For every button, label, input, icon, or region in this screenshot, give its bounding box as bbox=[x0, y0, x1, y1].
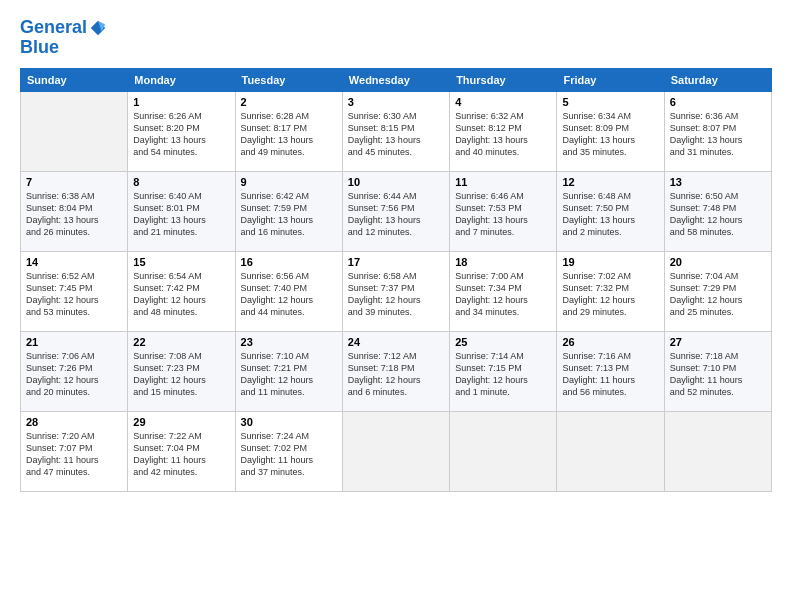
day-cell: 1Sunrise: 6:26 AM Sunset: 8:20 PM Daylig… bbox=[128, 91, 235, 171]
day-info: Sunrise: 7:12 AM Sunset: 7:18 PM Dayligh… bbox=[348, 350, 444, 399]
day-info: Sunrise: 7:04 AM Sunset: 7:29 PM Dayligh… bbox=[670, 270, 766, 319]
day-info: Sunrise: 7:14 AM Sunset: 7:15 PM Dayligh… bbox=[455, 350, 551, 399]
day-info: Sunrise: 6:36 AM Sunset: 8:07 PM Dayligh… bbox=[670, 110, 766, 159]
page-header: General Blue bbox=[20, 18, 772, 58]
day-cell: 18Sunrise: 7:00 AM Sunset: 7:34 PM Dayli… bbox=[450, 251, 557, 331]
day-number: 9 bbox=[241, 176, 337, 188]
day-cell bbox=[664, 411, 771, 491]
day-header-tuesday: Tuesday bbox=[235, 68, 342, 91]
day-number: 21 bbox=[26, 336, 122, 348]
day-number: 4 bbox=[455, 96, 551, 108]
day-number: 19 bbox=[562, 256, 658, 268]
day-info: Sunrise: 6:48 AM Sunset: 7:50 PM Dayligh… bbox=[562, 190, 658, 239]
day-cell: 25Sunrise: 7:14 AM Sunset: 7:15 PM Dayli… bbox=[450, 331, 557, 411]
day-cell: 16Sunrise: 6:56 AM Sunset: 7:40 PM Dayli… bbox=[235, 251, 342, 331]
week-row-5: 28Sunrise: 7:20 AM Sunset: 7:07 PM Dayli… bbox=[21, 411, 772, 491]
day-info: Sunrise: 7:22 AM Sunset: 7:04 PM Dayligh… bbox=[133, 430, 229, 479]
week-row-3: 14Sunrise: 6:52 AM Sunset: 7:45 PM Dayli… bbox=[21, 251, 772, 331]
calendar-table: SundayMondayTuesdayWednesdayThursdayFrid… bbox=[20, 68, 772, 492]
day-cell: 24Sunrise: 7:12 AM Sunset: 7:18 PM Dayli… bbox=[342, 331, 449, 411]
day-number: 2 bbox=[241, 96, 337, 108]
day-cell: 23Sunrise: 7:10 AM Sunset: 7:21 PM Dayli… bbox=[235, 331, 342, 411]
day-cell: 27Sunrise: 7:18 AM Sunset: 7:10 PM Dayli… bbox=[664, 331, 771, 411]
day-number: 7 bbox=[26, 176, 122, 188]
day-cell bbox=[450, 411, 557, 491]
day-number: 23 bbox=[241, 336, 337, 348]
day-info: Sunrise: 6:54 AM Sunset: 7:42 PM Dayligh… bbox=[133, 270, 229, 319]
day-cell: 20Sunrise: 7:04 AM Sunset: 7:29 PM Dayli… bbox=[664, 251, 771, 331]
day-header-wednesday: Wednesday bbox=[342, 68, 449, 91]
day-cell: 14Sunrise: 6:52 AM Sunset: 7:45 PM Dayli… bbox=[21, 251, 128, 331]
day-info: Sunrise: 6:30 AM Sunset: 8:15 PM Dayligh… bbox=[348, 110, 444, 159]
day-info: Sunrise: 6:26 AM Sunset: 8:20 PM Dayligh… bbox=[133, 110, 229, 159]
day-number: 3 bbox=[348, 96, 444, 108]
day-cell: 12Sunrise: 6:48 AM Sunset: 7:50 PM Dayli… bbox=[557, 171, 664, 251]
week-row-1: 1Sunrise: 6:26 AM Sunset: 8:20 PM Daylig… bbox=[21, 91, 772, 171]
day-cell: 4Sunrise: 6:32 AM Sunset: 8:12 PM Daylig… bbox=[450, 91, 557, 171]
logo-text: General bbox=[20, 18, 87, 38]
day-cell: 30Sunrise: 7:24 AM Sunset: 7:02 PM Dayli… bbox=[235, 411, 342, 491]
day-cell: 7Sunrise: 6:38 AM Sunset: 8:04 PM Daylig… bbox=[21, 171, 128, 251]
day-info: Sunrise: 6:44 AM Sunset: 7:56 PM Dayligh… bbox=[348, 190, 444, 239]
day-header-monday: Monday bbox=[128, 68, 235, 91]
day-info: Sunrise: 6:34 AM Sunset: 8:09 PM Dayligh… bbox=[562, 110, 658, 159]
day-cell: 28Sunrise: 7:20 AM Sunset: 7:07 PM Dayli… bbox=[21, 411, 128, 491]
day-info: Sunrise: 7:24 AM Sunset: 7:02 PM Dayligh… bbox=[241, 430, 337, 479]
day-header-thursday: Thursday bbox=[450, 68, 557, 91]
day-info: Sunrise: 7:00 AM Sunset: 7:34 PM Dayligh… bbox=[455, 270, 551, 319]
day-number: 12 bbox=[562, 176, 658, 188]
logo-icon bbox=[89, 19, 107, 37]
day-cell bbox=[21, 91, 128, 171]
day-header-friday: Friday bbox=[557, 68, 664, 91]
day-number: 11 bbox=[455, 176, 551, 188]
day-number: 15 bbox=[133, 256, 229, 268]
day-cell: 11Sunrise: 6:46 AM Sunset: 7:53 PM Dayli… bbox=[450, 171, 557, 251]
day-cell: 10Sunrise: 6:44 AM Sunset: 7:56 PM Dayli… bbox=[342, 171, 449, 251]
day-number: 24 bbox=[348, 336, 444, 348]
day-cell: 8Sunrise: 6:40 AM Sunset: 8:01 PM Daylig… bbox=[128, 171, 235, 251]
day-number: 14 bbox=[26, 256, 122, 268]
calendar-body: 1Sunrise: 6:26 AM Sunset: 8:20 PM Daylig… bbox=[21, 91, 772, 491]
day-number: 18 bbox=[455, 256, 551, 268]
day-cell: 2Sunrise: 6:28 AM Sunset: 8:17 PM Daylig… bbox=[235, 91, 342, 171]
day-info: Sunrise: 6:52 AM Sunset: 7:45 PM Dayligh… bbox=[26, 270, 122, 319]
day-info: Sunrise: 6:56 AM Sunset: 7:40 PM Dayligh… bbox=[241, 270, 337, 319]
day-info: Sunrise: 6:58 AM Sunset: 7:37 PM Dayligh… bbox=[348, 270, 444, 319]
calendar-header: SundayMondayTuesdayWednesdayThursdayFrid… bbox=[21, 68, 772, 91]
day-info: Sunrise: 6:42 AM Sunset: 7:59 PM Dayligh… bbox=[241, 190, 337, 239]
day-info: Sunrise: 6:28 AM Sunset: 8:17 PM Dayligh… bbox=[241, 110, 337, 159]
day-info: Sunrise: 6:32 AM Sunset: 8:12 PM Dayligh… bbox=[455, 110, 551, 159]
day-number: 22 bbox=[133, 336, 229, 348]
day-number: 30 bbox=[241, 416, 337, 428]
day-number: 28 bbox=[26, 416, 122, 428]
day-cell: 22Sunrise: 7:08 AM Sunset: 7:23 PM Dayli… bbox=[128, 331, 235, 411]
week-row-2: 7Sunrise: 6:38 AM Sunset: 8:04 PM Daylig… bbox=[21, 171, 772, 251]
day-cell: 9Sunrise: 6:42 AM Sunset: 7:59 PM Daylig… bbox=[235, 171, 342, 251]
logo: General Blue bbox=[20, 18, 107, 58]
day-header-sunday: Sunday bbox=[21, 68, 128, 91]
day-info: Sunrise: 7:20 AM Sunset: 7:07 PM Dayligh… bbox=[26, 430, 122, 479]
day-number: 6 bbox=[670, 96, 766, 108]
day-number: 16 bbox=[241, 256, 337, 268]
day-info: Sunrise: 6:46 AM Sunset: 7:53 PM Dayligh… bbox=[455, 190, 551, 239]
day-cell: 17Sunrise: 6:58 AM Sunset: 7:37 PM Dayli… bbox=[342, 251, 449, 331]
day-number: 25 bbox=[455, 336, 551, 348]
day-cell: 29Sunrise: 7:22 AM Sunset: 7:04 PM Dayli… bbox=[128, 411, 235, 491]
day-info: Sunrise: 7:18 AM Sunset: 7:10 PM Dayligh… bbox=[670, 350, 766, 399]
day-cell: 19Sunrise: 7:02 AM Sunset: 7:32 PM Dayli… bbox=[557, 251, 664, 331]
day-number: 13 bbox=[670, 176, 766, 188]
day-info: Sunrise: 7:16 AM Sunset: 7:13 PM Dayligh… bbox=[562, 350, 658, 399]
day-info: Sunrise: 7:06 AM Sunset: 7:26 PM Dayligh… bbox=[26, 350, 122, 399]
day-number: 5 bbox=[562, 96, 658, 108]
day-info: Sunrise: 7:08 AM Sunset: 7:23 PM Dayligh… bbox=[133, 350, 229, 399]
day-info: Sunrise: 7:10 AM Sunset: 7:21 PM Dayligh… bbox=[241, 350, 337, 399]
day-cell bbox=[557, 411, 664, 491]
day-cell: 15Sunrise: 6:54 AM Sunset: 7:42 PM Dayli… bbox=[128, 251, 235, 331]
day-cell: 26Sunrise: 7:16 AM Sunset: 7:13 PM Dayli… bbox=[557, 331, 664, 411]
day-cell: 3Sunrise: 6:30 AM Sunset: 8:15 PM Daylig… bbox=[342, 91, 449, 171]
day-header-saturday: Saturday bbox=[664, 68, 771, 91]
day-number: 26 bbox=[562, 336, 658, 348]
day-number: 29 bbox=[133, 416, 229, 428]
day-number: 1 bbox=[133, 96, 229, 108]
day-number: 8 bbox=[133, 176, 229, 188]
